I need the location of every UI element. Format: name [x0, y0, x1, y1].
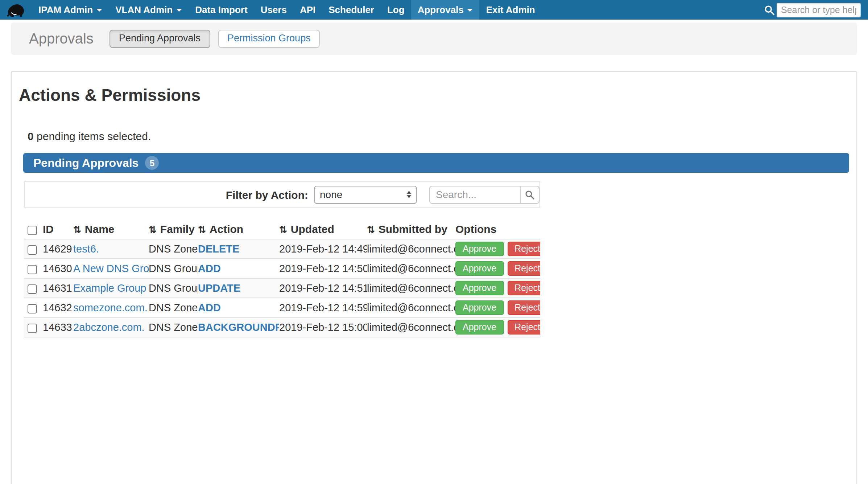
reject-button[interactable]: Reject	[507, 242, 540, 256]
approve-button[interactable]: Approve	[455, 281, 504, 295]
action-link[interactable]: ADD	[198, 302, 221, 313]
cell-action: ADD	[198, 259, 279, 278]
row-select-checkbox[interactable]	[28, 284, 37, 294]
reject-button[interactable]: Reject	[507, 320, 540, 335]
cell-updated: 2019-Feb-12 15:00:29	[279, 317, 367, 337]
navbar-search-input[interactable]	[777, 3, 861, 17]
cell-family: DNS Zones	[149, 317, 198, 337]
navbar-menu: IPAM AdminVLAN AdminData ImportUsersAPIS…	[32, 0, 542, 20]
cell-submitted-by: limited@6connect.com	[367, 278, 455, 298]
action-link[interactable]: DELETE	[198, 243, 239, 255]
action-filter-select[interactable]: none	[314, 185, 417, 204]
column-header-family[interactable]: ⇅Family	[149, 220, 198, 239]
search-icon	[525, 190, 534, 199]
nav-item-api[interactable]: API	[293, 0, 322, 20]
table-search-button[interactable]	[521, 185, 540, 204]
selected-text: pending items selected.	[34, 130, 151, 142]
pending-approvals-header: Pending Approvals 5	[23, 153, 849, 173]
row-select-checkbox[interactable]	[28, 304, 37, 313]
page: IPAM AdminVLAN AdminData ImportUsersAPIS…	[0, 0, 868, 484]
approval-row: 146332abczone.com.DNS ZonesBACKGROUNDPUS…	[24, 317, 540, 337]
column-label: Updated	[291, 223, 334, 235]
cell-name: A New DNS Group	[73, 259, 149, 278]
cell-id: 14632	[43, 298, 73, 317]
actions-permissions-panel: Actions & Permissions 0 pending items se…	[11, 71, 857, 484]
selected-items-status: 0 pending items selected.	[28, 130, 849, 142]
cell-family: DNS Zones	[149, 239, 198, 259]
name-link[interactable]: 2abczone.com.	[73, 321, 145, 333]
reject-button[interactable]: Reject	[507, 261, 540, 276]
nav-item-label: Approvals	[418, 4, 464, 15]
header-tabs: Pending ApprovalsPermission Groups	[109, 30, 320, 48]
approval-row: 14631Example GroupDNS GroupsUPDATE2019-F…	[24, 278, 540, 298]
cell-updated: 2019-Feb-12 14:49:47	[279, 239, 367, 259]
approval-row: 14630A New DNS GroupDNS GroupsADD2019-Fe…	[24, 259, 540, 278]
sort-icon: ⇅	[367, 224, 375, 235]
approve-button[interactable]: Approve	[455, 261, 504, 276]
row-select-checkbox[interactable]	[28, 264, 37, 274]
navbar-search-area	[764, 0, 868, 20]
column-header-name[interactable]: ⇅Name	[73, 220, 149, 239]
select-all-checkbox[interactable]	[28, 225, 37, 235]
approve-button[interactable]: Approve	[455, 300, 504, 315]
name-link[interactable]: test6.	[73, 243, 99, 255]
table-search-input[interactable]	[429, 185, 521, 204]
action-link[interactable]: BACKGROUNDPUSH	[198, 321, 279, 333]
name-link[interactable]: somezone.com.	[73, 302, 148, 313]
nav-item-ipam-admin[interactable]: IPAM Admin	[32, 0, 109, 20]
column-header-updated[interactable]: ⇅Updated	[279, 220, 367, 239]
nav-item-data-import[interactable]: Data Import	[189, 0, 254, 20]
column-label: Options	[455, 223, 496, 235]
reject-button[interactable]: Reject	[507, 300, 540, 315]
cell-family: DNS Groups	[149, 259, 198, 278]
column-header-action[interactable]: ⇅Action	[198, 220, 279, 239]
tab-pending-approvals[interactable]: Pending Approvals	[109, 30, 210, 48]
caret-down-icon	[467, 8, 473, 11]
nav-item-exit-admin[interactable]: Exit Admin	[480, 0, 542, 20]
filter-bar: Filter by Action: none	[24, 181, 540, 208]
row-select-checkbox[interactable]	[28, 323, 37, 333]
caret-down-icon	[96, 8, 102, 11]
navbar-search-icon[interactable]	[764, 5, 774, 15]
nav-item-scheduler[interactable]: Scheduler	[322, 0, 381, 20]
cell-family: DNS Groups	[149, 278, 198, 298]
table-header-row: ID⇅Name⇅Family⇅Action⇅Updated⇅Submitted …	[24, 220, 540, 239]
cell-id: 14633	[43, 317, 73, 337]
cell-options: ApproveReject	[455, 298, 540, 317]
sort-icon: ⇅	[149, 224, 157, 235]
reject-button[interactable]: Reject	[507, 281, 540, 295]
nav-item-log[interactable]: Log	[381, 0, 411, 20]
mammoth-logo-icon	[7, 2, 25, 18]
nav-item-approvals[interactable]: Approvals	[411, 0, 480, 20]
cell-name: somezone.com.	[73, 298, 149, 317]
name-link[interactable]: Example Group	[73, 282, 146, 294]
cell-options: ApproveReject	[455, 317, 540, 337]
name-link[interactable]: A New DNS Group	[73, 263, 149, 274]
approvals-table-body: 14629test6.DNS ZonesDELETE2019-Feb-12 14…	[24, 239, 540, 337]
approve-button[interactable]: Approve	[455, 242, 504, 256]
column-label: Submitted by	[379, 223, 447, 235]
column-header-id: ID	[43, 220, 73, 239]
cell-options: ApproveReject	[455, 278, 540, 298]
cell-updated: 2019-Feb-12 14:51:21	[279, 278, 367, 298]
tab-permission-groups[interactable]: Permission Groups	[218, 30, 320, 48]
approve-button[interactable]: Approve	[455, 320, 504, 335]
nav-item-label: VLAN Admin	[115, 4, 173, 15]
cell-submitted-by: limited@6connect.com	[367, 239, 455, 259]
selected-count: 0	[28, 130, 34, 142]
action-link[interactable]: UPDATE	[198, 282, 240, 294]
cell-name: 2abczone.com.	[73, 317, 149, 337]
action-link[interactable]: ADD	[198, 263, 221, 274]
nav-item-vlan-admin[interactable]: VLAN Admin	[109, 0, 189, 20]
top-navbar: IPAM AdminVLAN AdminData ImportUsersAPIS…	[0, 0, 868, 20]
provision-logo[interactable]	[0, 0, 32, 20]
cell-updated: 2019-Feb-12 14:59:59	[279, 298, 367, 317]
row-select-checkbox[interactable]	[28, 245, 37, 254]
nav-item-users[interactable]: Users	[254, 0, 293, 20]
approval-row: 14629test6.DNS ZonesDELETE2019-Feb-12 14…	[24, 239, 540, 259]
column-label: ID	[43, 223, 54, 235]
approval-row: 14632somezone.com.DNS ZonesADD2019-Feb-1…	[24, 298, 540, 317]
cell-select	[24, 239, 43, 259]
pending-approvals-table: ID⇅Name⇅Family⇅Action⇅Updated⇅Submitted …	[24, 220, 540, 337]
column-header-submitted-by[interactable]: ⇅Submitted by	[367, 220, 455, 239]
